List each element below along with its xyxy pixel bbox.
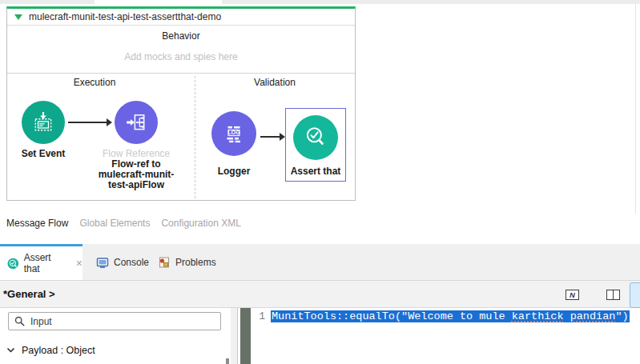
munit-test-flow-container[interactable]: mulecraft-munit-test-api-test-assertthat… [6, 6, 356, 201]
panel-scrollbar-track[interactable] [231, 308, 237, 364]
editor-mode-tabs: Message Flow Global Elements Configurati… [6, 214, 241, 232]
code-segment: ") [615, 310, 628, 322]
split-view-icon[interactable] [606, 290, 620, 300]
close-icon[interactable]: × [76, 258, 83, 269]
tab-assert-that-label: Assert that [24, 252, 69, 274]
payload-tree-item[interactable]: Payload : Object [6, 345, 95, 356]
assert-that-label: Assert that [280, 166, 352, 177]
execution-validation-divider [195, 76, 195, 198]
svg-text:LOG: LOG [227, 129, 240, 136]
flow-arrow [68, 122, 107, 123]
tab-console-label: Console [114, 257, 149, 268]
flow-title: mulecraft-munit-test-api-test-assertthat… [29, 11, 221, 22]
behavior-section-divider [7, 73, 355, 74]
editor-line-number: 1 [252, 310, 265, 322]
canvas-right-edge [635, 4, 636, 214]
payload-tree-item-label: Payload : Object [22, 345, 95, 356]
flow-reference-icon [125, 111, 147, 134]
tab-assert-that[interactable]: Assert that × [0, 244, 83, 280]
flow-title-row[interactable]: mulecraft-munit-test-api-test-assertthat… [7, 9, 355, 26]
assert-that-node[interactable] [293, 115, 338, 160]
flow-reference-node[interactable] [115, 101, 158, 144]
logger-node[interactable]: LOG [211, 111, 256, 156]
input-search-field[interactable] [8, 312, 221, 330]
assert-properties-content: Payload : Object 1 MunitTools::equalTo("… [0, 308, 640, 364]
code-segment-misspelled: karthick [512, 310, 564, 322]
expression-code-line[interactable]: MunitTools::equalTo("Welcome to mule kar… [271, 310, 630, 323]
top-edge-strip [0, 0, 640, 4]
problems-icon [158, 256, 171, 269]
panel-scrollbar-thumb[interactable] [226, 358, 229, 364]
tab-configuration-xml[interactable]: Configuration XML [161, 218, 240, 229]
search-icon [14, 316, 25, 326]
expand-editor-button[interactable] [630, 282, 640, 308]
tab-global-elements[interactable]: Global Elements [79, 218, 150, 229]
general-header-row: *General > N [0, 280, 640, 308]
set-event-label: Set Event [7, 148, 79, 159]
tab-problems[interactable]: Problems [151, 244, 223, 280]
execution-section-label: Execution [7, 77, 182, 88]
search-input[interactable] [29, 315, 200, 328]
behavior-section-label: Behavior [7, 30, 355, 42]
flow-reference-name: Flow-ref to mulecraft-munit- test-apiFlo… [88, 159, 184, 190]
set-event-icon [32, 111, 54, 134]
logger-icon: LOG [221, 121, 247, 146]
assert-that-icon [303, 125, 328, 150]
tab-message-flow[interactable]: Message Flow [6, 218, 68, 229]
collapse-triangle-icon[interactable] [14, 14, 22, 20]
assert-that-tab-icon [7, 258, 19, 270]
anypoint-studio-munit-view: mulecraft-munit-test-api-test-assertthat… [0, 0, 640, 364]
bottom-view-tabbar: Assert that × Console Problems [0, 244, 640, 280]
selected-code: MunitTools::equalTo("Welcome to mule kar… [271, 310, 630, 322]
code-segment [564, 310, 570, 322]
flow-reference-name-line3: test-apiFlow [88, 180, 184, 190]
logger-label: Logger [198, 166, 270, 177]
tab-console[interactable]: Console [90, 244, 155, 280]
top-edge-tab-gap [95, 0, 222, 4]
editor-annotation-ruler [240, 308, 251, 364]
general-header: *General > [3, 288, 55, 300]
code-segment-misspelled: pandian [570, 310, 616, 322]
mocks-placeholder-text: Add mocks and spies here [7, 51, 355, 62]
n-toggle-icon[interactable]: N [566, 290, 579, 300]
tab-problems-label: Problems [175, 257, 216, 268]
code-segment: MunitTools::equalTo("Welcome to mule [272, 310, 512, 322]
flow-reference-type-label: Flow Reference [88, 148, 184, 159]
validation-section-label: Validation [195, 77, 355, 88]
panel-divider [237, 308, 238, 364]
flow-arrow [260, 136, 280, 138]
set-event-node[interactable] [22, 101, 65, 144]
console-icon [96, 256, 109, 269]
chevron-down-icon [6, 347, 15, 354]
